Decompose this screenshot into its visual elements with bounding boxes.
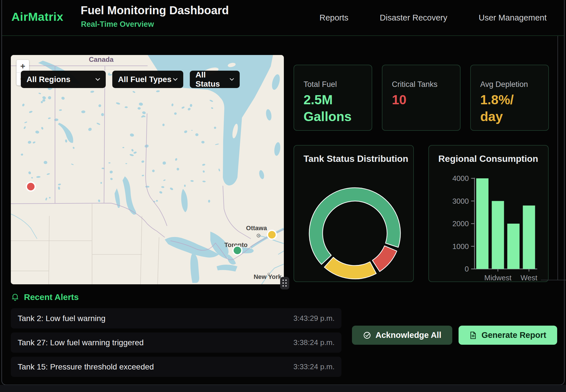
fuel-type-filter-dropdown[interactable]: All Fuel Types bbox=[112, 71, 183, 88]
recent-alerts-header: Recent Alerts bbox=[11, 292, 79, 302]
acknowledge-all-button[interactable]: Acknowledge All bbox=[352, 326, 452, 345]
critical-tank-marker[interactable] bbox=[27, 182, 35, 191]
alert-row: Tank 2: Low fuel warning 3:43:29 p.m. bbox=[11, 308, 341, 328]
donut-segment-warning bbox=[324, 257, 376, 279]
generate-report-label: Generate Report bbox=[481, 330, 546, 340]
consumption-bar bbox=[492, 201, 504, 269]
normal-tank-marker[interactable] bbox=[233, 246, 242, 255]
page-title: Fuel Monitoring Dashboard bbox=[81, 4, 229, 17]
app-header: AirMatrix Fuel Monitoring Dashboard Real… bbox=[2, 0, 564, 36]
region-filter-value: All Regions bbox=[27, 75, 70, 84]
regional-consumption-panel: Regional Consumption 01000200030004000Mi… bbox=[428, 145, 549, 282]
kpi-value: 1.8%/day bbox=[480, 91, 514, 125]
map-label-ottawa: Ottawa bbox=[246, 224, 267, 232]
y-axis-tick-label: 0 bbox=[465, 265, 469, 273]
dashboard-root: AirMatrix Fuel Monitoring Dashboard Real… bbox=[0, 0, 566, 392]
kpi-card-avg-depletion: Avg Depletion 1.8%/day bbox=[470, 65, 549, 131]
scrollbar-track[interactable] bbox=[557, 36, 558, 280]
kpi-card-total-fuel: Total Fuel 2.5MGallons bbox=[294, 65, 372, 131]
map-filters: All Regions All Fuel Types All Status bbox=[21, 71, 240, 88]
x-axis-tick-label: Midwest bbox=[484, 273, 512, 282]
scrollbar-corner bbox=[541, 280, 566, 280]
kpi-label: Critical Tanks bbox=[392, 80, 437, 89]
bell-icon bbox=[11, 293, 19, 302]
main-nav: Reports Disaster Recovery User Managemen… bbox=[319, 0, 547, 35]
acknowledge-all-label: Acknowledge All bbox=[376, 330, 441, 340]
map-canvas[interactable]: Canada Ottawa Toronto New York bbox=[11, 55, 284, 284]
alert-message: Tank 27: Low fuel warning triggered bbox=[18, 338, 144, 347]
donut-chart bbox=[294, 146, 414, 283]
map-graphic: Canada Ottawa Toronto New York bbox=[11, 55, 284, 284]
alert-row: Tank 15: Pressure threshold exceeded 3:3… bbox=[11, 357, 341, 377]
alert-row: Tank 27: Low fuel warning triggered 3:38… bbox=[11, 332, 341, 353]
donut-segment-critical bbox=[372, 246, 397, 271]
fuel-type-filter-value: All Fuel Types bbox=[118, 75, 172, 84]
chevron-down-icon bbox=[95, 78, 100, 81]
map-label-country: Canada bbox=[89, 56, 114, 63]
nav-item-disaster-recovery[interactable]: Disaster Recovery bbox=[380, 13, 447, 23]
y-axis-tick-label: 2000 bbox=[452, 219, 469, 228]
footer-strip bbox=[0, 385, 566, 392]
nav-item-user-management[interactable]: User Management bbox=[479, 13, 547, 23]
map-resize-handle[interactable] bbox=[280, 277, 289, 289]
tank-status-panel: Tank Status Distribution bbox=[294, 145, 414, 282]
generate-report-button[interactable]: Generate Report bbox=[459, 326, 557, 345]
brand-logo: AirMatrix bbox=[11, 10, 63, 24]
kpi-value: 10 bbox=[392, 91, 406, 108]
kpi-value: 2.5MGallons bbox=[304, 91, 352, 125]
check-circle-icon bbox=[363, 331, 371, 339]
chevron-down-icon bbox=[230, 78, 234, 81]
consumption-bar bbox=[523, 205, 535, 269]
consumption-bar bbox=[476, 178, 488, 269]
region-filter-dropdown[interactable]: All Regions bbox=[21, 71, 106, 88]
warning-tank-marker[interactable] bbox=[268, 230, 276, 239]
chevron-down-icon bbox=[173, 78, 178, 81]
y-axis-tick-label: 4000 bbox=[452, 174, 469, 183]
y-axis-tick-label: 1000 bbox=[452, 242, 469, 251]
recent-alerts-title: Recent Alerts bbox=[24, 292, 79, 302]
y-axis-tick-label: 3000 bbox=[452, 197, 469, 205]
kpi-card-critical-tanks: Critical Tanks 10 bbox=[382, 65, 461, 131]
x-axis-tick-label: West bbox=[521, 273, 538, 282]
kpi-label: Total Fuel bbox=[304, 80, 337, 89]
alert-timestamp: 3:43:29 p.m. bbox=[293, 314, 335, 323]
nav-item-reports[interactable]: Reports bbox=[319, 13, 349, 23]
alert-timestamp: 3:33:24 p.m. bbox=[293, 362, 335, 371]
document-icon bbox=[469, 331, 477, 339]
status-filter-dropdown[interactable]: All Status bbox=[190, 71, 240, 88]
bar-chart: 01000200030004000MidwestWest bbox=[429, 146, 549, 283]
map-label-new-york: New York bbox=[254, 273, 282, 280]
status-filter-value: All Status bbox=[196, 70, 230, 89]
kpi-label: Avg Depletion bbox=[480, 80, 528, 89]
alert-timestamp: 3:38:24 p.m. bbox=[293, 338, 335, 347]
alert-message: Tank 15: Pressure threshold exceeded bbox=[18, 362, 154, 371]
consumption-bar bbox=[507, 224, 520, 269]
alert-message: Tank 2: Low fuel warning bbox=[18, 314, 105, 323]
page-subtitle: Real-Time Overview bbox=[81, 20, 154, 29]
